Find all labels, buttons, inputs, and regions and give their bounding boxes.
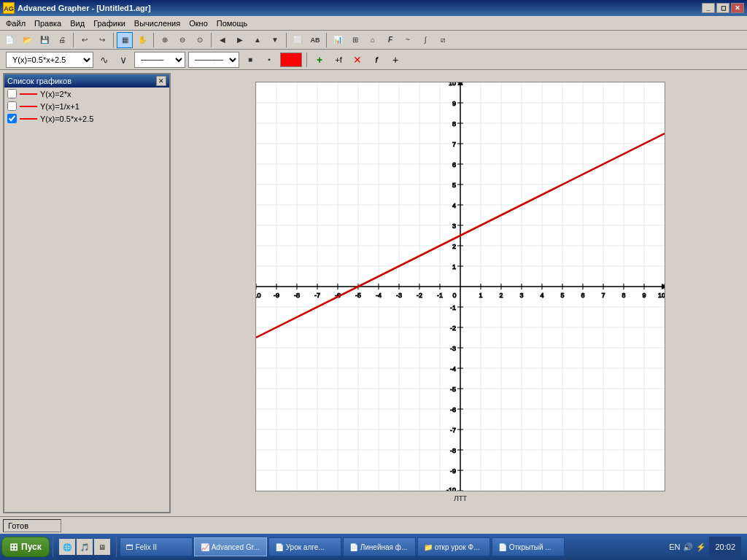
show-desktop-icon[interactable]: 🖥 (94, 539, 110, 555)
taskbar-sep2 (116, 537, 117, 557)
svg-text:4: 4 (452, 202, 456, 209)
svg-text:-2: -2 (450, 324, 456, 332)
menu-item-помощь[interactable]: Помощь (212, 18, 252, 29)
menu-item-окно[interactable]: Окно (185, 18, 212, 29)
taskbar-app-urok[interactable]: 📄 Урок алге... (268, 537, 341, 556)
svg-text:10: 10 (658, 292, 665, 299)
taskbar-app-otkr[interactable]: 📁 откр урок Ф... (417, 537, 490, 556)
wave-shape-btn1[interactable]: ∿ (96, 52, 112, 68)
graph-checkbox-1[interactable] (7, 89, 17, 98)
menu-item-вычисления[interactable]: Вычисления (130, 18, 185, 29)
graph-formula-2: Y(x)=1/x+1 (40, 102, 80, 111)
fill-style-btn[interactable]: ▪ (261, 52, 277, 68)
line-style-selector[interactable]: ──── - - - ····· (134, 52, 185, 68)
urok-label: Урок алге... (286, 543, 325, 551)
minimize-button[interactable]: _ (702, 3, 715, 13)
add-formula-btn2[interactable]: +f (330, 52, 347, 68)
taskbar-app-linear[interactable]: 📄 Линейная ф... (343, 537, 416, 556)
fit-btn[interactable]: ⬜ (290, 32, 306, 48)
linear-label: Линейная ф... (360, 543, 408, 551)
zoom-in[interactable]: ⊕ (157, 32, 173, 48)
wave-shape-btn2[interactable]: ∨ (115, 52, 131, 68)
taskbar-sep1 (53, 537, 53, 557)
point-style-btn[interactable]: ■ (242, 52, 258, 68)
svg-text:5: 5 (452, 182, 456, 189)
hand-tool[interactable]: ✋ (134, 32, 150, 48)
pan-down[interactable]: ▼ (267, 32, 283, 48)
calc-btn[interactable]: 📊 (330, 32, 346, 48)
pan-right[interactable]: ▶ (232, 32, 248, 48)
zoom-reset[interactable]: ⊙ (192, 32, 208, 48)
otkr-icon: 📁 (424, 543, 433, 551)
extra-btn[interactable]: ⧄ (435, 32, 451, 48)
graph-list-label: Список графиков (7, 77, 71, 85)
wave-btn[interactable]: ~ (400, 32, 416, 48)
graph-checkbox-3[interactable] (7, 114, 17, 123)
close-button[interactable]: ✕ (731, 3, 744, 13)
svg-text:-8: -8 (450, 447, 456, 454)
svg-text:-5: -5 (355, 292, 361, 299)
svg-text:3: 3 (519, 292, 523, 299)
graph-list-panel: Список графиков ✕ Y(x)=2*x Y(x)=1/x+1 Y(… (3, 73, 171, 513)
sep6 (326, 33, 327, 47)
canvas-area[interactable]: -10 -9 -8 -7 -6 -5 -4 -3 -2 (174, 70, 747, 516)
svg-text:9: 9 (642, 292, 646, 299)
svg-text:1: 1 (479, 292, 482, 299)
stats-btn[interactable]: ⌂ (365, 32, 381, 48)
sep2 (113, 33, 114, 47)
print-button[interactable]: 🖨 (54, 32, 70, 48)
open-button[interactable]: 📂 (19, 32, 35, 48)
pan-left[interactable]: ◀ (214, 32, 231, 48)
formula-selector[interactable]: Y(x)=0.5*x+2.5 Y(x)=2*x Y(x)=1/x+1 (6, 52, 93, 68)
title-text: Advanced Grapher - [Untitled1.agr] (18, 4, 702, 12)
select-tool[interactable]: ▦ (117, 32, 133, 48)
menu-item-вид[interactable]: Вид (66, 18, 89, 29)
integral-btn[interactable]: ∫ (417, 32, 433, 48)
pan-up[interactable]: ▲ (249, 32, 266, 48)
save-button[interactable]: 💾 (36, 32, 53, 48)
svg-text:-10: -10 (256, 292, 261, 299)
graph-canvas[interactable]: -10 -9 -8 -7 -6 -5 -4 -3 -2 (255, 82, 665, 491)
taskbar-app-advanced[interactable]: 📈 Advanced Gr... (194, 537, 267, 556)
graph-list-close-button[interactable]: ✕ (156, 76, 166, 86)
app-icon: AG (3, 2, 15, 14)
sep4 (211, 33, 212, 47)
ab-btn[interactable]: AB (307, 32, 323, 48)
media-icon[interactable]: 🎵 (77, 539, 93, 555)
tray-icon-2: ⚡ (696, 542, 706, 552)
add-formula-btn[interactable]: + (311, 52, 328, 68)
undo-button[interactable]: ↩ (77, 32, 93, 48)
new-button[interactable]: 📄 (1, 32, 18, 48)
open-label: Открытый ... (509, 543, 551, 551)
svg-text:6: 6 (581, 292, 584, 299)
graph-line-3 (20, 118, 37, 120)
redo-button[interactable]: ↪ (94, 32, 110, 48)
svg-text:-3: -3 (450, 345, 456, 352)
svg-text:-5: -5 (450, 386, 456, 393)
otkr-label: откр урок Ф... (435, 543, 480, 551)
fx-btn[interactable]: F (382, 32, 398, 48)
table-btn[interactable]: ⊞ (347, 32, 363, 48)
add-point-btn[interactable]: + (387, 52, 403, 68)
line-weight-selector[interactable]: ───── ══════ (188, 52, 239, 68)
sep1 (73, 33, 74, 47)
formulabar: Y(x)=0.5*x+2.5 Y(x)=2*x Y(x)=1/x+1 ∿ ∨ ─… (0, 50, 747, 70)
start-button[interactable]: ⊞ Пуск (1, 537, 50, 557)
taskbar-app-open[interactable]: 📄 Открытый ... (492, 537, 565, 556)
menu-item-графики[interactable]: Графики (89, 18, 130, 29)
ie-icon[interactable]: 🌐 (59, 539, 75, 555)
graph-checkbox-2[interactable] (7, 101, 17, 111)
statusbar: Готов (0, 516, 747, 534)
color-picker[interactable] (280, 52, 302, 67)
svg-text:-10: -10 (446, 486, 456, 491)
menu-item-файл[interactable]: Файл (1, 18, 30, 29)
taskbar-app-felix[interactable]: 🗔 Felix II (120, 537, 193, 556)
restore-button[interactable]: ◻ (716, 3, 729, 13)
menu-item-правка[interactable]: Правка (30, 18, 66, 29)
zoom-out[interactable]: ⊖ (174, 32, 190, 48)
delete-formula-btn[interactable]: ✕ (349, 52, 365, 68)
svg-text:-4: -4 (450, 365, 456, 373)
graph-formula-3: Y(x)=0.5*x+2.5 (40, 114, 93, 123)
edit-formula-btn[interactable]: f (368, 52, 384, 68)
titlebar: AG Advanced Grapher - [Untitled1.agr] _ … (0, 0, 747, 16)
